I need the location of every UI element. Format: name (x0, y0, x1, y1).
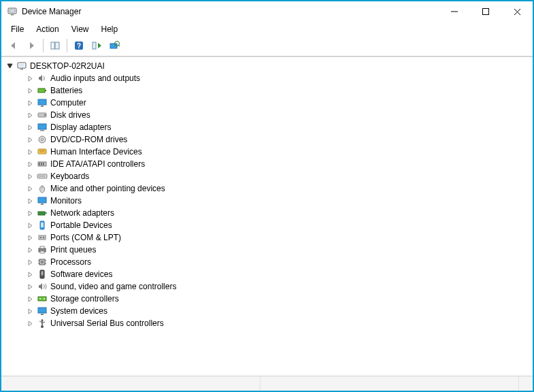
toolbar-separator (43, 39, 44, 52)
window-title: Device Manager (22, 7, 81, 16)
chevron-right-icon[interactable] (26, 233, 34, 242)
tree-item-label: Processors (50, 257, 91, 267)
portable-device-icon (37, 220, 48, 231)
chevron-right-icon[interactable] (26, 99, 34, 107)
disk-icon (37, 110, 48, 120)
tree-item[interactable]: Network adapters (20, 207, 531, 219)
close-button[interactable] (501, 1, 533, 22)
tree-item[interactable]: Universal Serial Bus controllers (20, 317, 531, 329)
tree-item[interactable]: Processors (20, 256, 531, 268)
svg-rect-16 (19, 64, 24, 67)
tree-item[interactable]: Computer (20, 97, 531, 109)
svg-rect-21 (41, 105, 44, 107)
forward-button[interactable] (23, 38, 39, 53)
tree-root-label: DESKTOP-02R2UAI (30, 61, 105, 71)
tree-item-label: Audio inputs and outputs (50, 74, 140, 83)
svg-rect-39 (44, 176, 46, 177)
svg-rect-42 (38, 197, 46, 203)
chevron-right-icon[interactable] (26, 295, 34, 303)
menubar: File Action View Help (1, 22, 533, 37)
chevron-right-icon[interactable] (26, 74, 34, 82)
show-hide-console-button[interactable] (47, 38, 63, 53)
svg-rect-17 (20, 69, 23, 70)
tree-item[interactable]: Disk drives (20, 109, 531, 121)
chevron-right-icon[interactable] (26, 172, 34, 180)
chevron-right-icon[interactable] (26, 123, 34, 131)
menu-view[interactable]: View (66, 23, 95, 35)
tree-item[interactable]: Mice and other pointing devices (20, 182, 531, 195)
chevron-right-icon[interactable] (26, 135, 34, 144)
svg-rect-11 (93, 42, 96, 49)
scan-hardware-button[interactable] (106, 38, 122, 53)
tree-item[interactable]: Human Interface Devices (20, 146, 531, 158)
hid-icon (37, 146, 48, 157)
chevron-right-icon[interactable] (26, 111, 34, 119)
help-button[interactable]: ? (71, 38, 87, 53)
tree-item[interactable]: Sound, video and game controllers (20, 280, 531, 293)
svg-rect-65 (38, 308, 46, 313)
tree-item[interactable]: Batteries (20, 84, 531, 97)
svg-rect-33 (41, 163, 42, 165)
keyboard-icon (37, 171, 48, 182)
display-adapter-icon (37, 122, 48, 133)
chevron-right-icon[interactable] (26, 160, 34, 168)
menu-file[interactable]: File (5, 23, 29, 35)
chevron-right-icon[interactable] (26, 307, 34, 315)
back-button[interactable] (5, 38, 22, 53)
tree-item[interactable]: Audio inputs and outputs (20, 72, 531, 84)
chevron-right-icon[interactable] (26, 209, 34, 217)
tree-item-label: Storage controllers (50, 294, 119, 304)
chevron-right-icon[interactable] (26, 282, 34, 291)
chevron-right-icon[interactable] (26, 319, 34, 327)
chevron-right-icon[interactable] (26, 258, 34, 266)
audio-icon (37, 73, 48, 84)
properties-button[interactable] (88, 38, 105, 53)
tree-item[interactable]: IDE ATA/ATAPI controllers (20, 158, 531, 170)
status-grip (519, 376, 533, 391)
tree-item[interactable]: Keyboards (20, 170, 531, 182)
svg-rect-53 (40, 251, 44, 253)
svg-text:?: ? (77, 42, 81, 50)
tree-item[interactable]: Software devices (20, 268, 531, 280)
chevron-right-icon[interactable] (26, 184, 34, 193)
tree-root-node[interactable]: DESKTOP-02R2UAI (5, 60, 531, 72)
menu-action[interactable]: Action (31, 23, 64, 35)
tree-item-label: Keyboards (50, 172, 89, 181)
maximize-button[interactable] (470, 1, 501, 22)
chevron-right-icon[interactable] (26, 246, 34, 254)
chevron-right-icon[interactable] (26, 270, 34, 278)
tree-item-label: Display adapters (50, 122, 111, 132)
chevron-down-icon[interactable] (5, 62, 14, 70)
tree-item-label: Sound, video and game controllers (50, 282, 176, 291)
tree-item[interactable]: System devices (20, 305, 531, 317)
svg-rect-24 (38, 124, 46, 129)
svg-rect-18 (38, 88, 45, 93)
tree-item[interactable]: DVD/CD-ROM drives (20, 133, 531, 146)
tree-item[interactable]: Monitors (20, 195, 531, 207)
chevron-right-icon[interactable] (26, 221, 34, 229)
tree-item[interactable]: Print queues (20, 244, 531, 256)
toolbar-separator (67, 39, 67, 52)
tree-item-label: Portable Devices (50, 220, 112, 230)
chevron-right-icon[interactable] (26, 148, 34, 156)
minimize-button[interactable] (439, 1, 470, 22)
chevron-right-icon[interactable] (26, 86, 34, 95)
tree-item-label: Mice and other pointing devices (50, 184, 165, 193)
titlebar: Device Manager (1, 1, 533, 22)
tree-item-label: Disk drives (50, 110, 90, 120)
svg-rect-19 (45, 90, 46, 91)
tree-item[interactable]: Display adapters (20, 121, 531, 133)
chevron-right-icon[interactable] (26, 197, 34, 205)
menu-help[interactable]: Help (96, 23, 124, 35)
tree-item[interactable]: Portable Devices (20, 219, 531, 231)
storage-controller-icon (37, 293, 48, 304)
tree-item[interactable]: Ports (COM & LPT) (20, 231, 531, 244)
svg-rect-34 (43, 163, 44, 165)
tree-item-label: System devices (50, 306, 107, 316)
tree-item[interactable]: Storage controllers (20, 293, 531, 305)
printer-icon (37, 244, 48, 255)
device-tree[interactable]: DESKTOP-02R2UAI Audio inputs and outputs… (1, 56, 533, 376)
device-manager-icon (7, 6, 18, 17)
system-device-icon (37, 306, 48, 316)
svg-line-14 (118, 45, 120, 46)
